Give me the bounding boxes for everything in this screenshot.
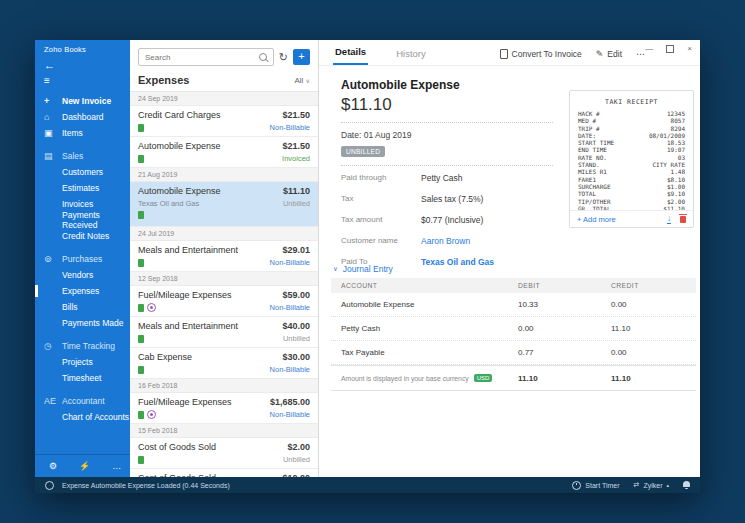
sidebar-item-label: Projects <box>62 357 93 367</box>
sidebar-section-sales[interactable]: ▤ Sales <box>35 148 130 164</box>
customer-link[interactable]: Aaron Brown <box>421 236 470 246</box>
list-item[interactable]: Meals and Entertainment$29.01 Non-Billab… <box>130 241 318 272</box>
sidebar-item-customers[interactable]: Customers <box>35 164 130 180</box>
timer-clock-icon <box>572 481 581 490</box>
sidebar-item-label: Invoices <box>62 199 93 209</box>
sidebar-item-vendors[interactable]: Vendors <box>35 267 130 283</box>
pencil-icon: ✎ <box>596 49 604 59</box>
expense-status: Non-Billable <box>270 123 310 132</box>
notifications-bell-icon[interactable] <box>683 481 690 487</box>
expense-amount: $29.01 <box>282 245 310 255</box>
edit-button[interactable]: ✎ Edit <box>596 49 622 59</box>
sidebar-item-expenses[interactable]: Expenses <box>35 283 130 299</box>
expense-amount: $59.00 <box>282 290 310 300</box>
sidebar-section-label: Accountant <box>62 396 105 406</box>
expense-amount: $1,685.00 <box>270 397 310 407</box>
restore-button[interactable] <box>666 45 674 53</box>
start-timer-button[interactable]: Start Timer <box>572 481 619 490</box>
detail-tabbar: Details History Convert To Invoice ✎ Edi… <box>319 40 700 66</box>
mileage-icon <box>147 410 156 419</box>
list-item[interactable]: Credit Card Charges$21.50 Non-Billable <box>130 106 318 137</box>
receipt-icon <box>138 211 144 219</box>
sidebar-item-timesheet[interactable]: Timesheet <box>35 370 130 386</box>
expense-title: Credit Card Charges <box>138 110 221 120</box>
currency-badge: USD <box>474 374 493 382</box>
home-icon: ⌂ <box>44 112 62 122</box>
delete-icon[interactable] <box>680 216 686 223</box>
sidebar-item-projects[interactable]: Projects <box>35 354 130 370</box>
journal-entry-toggle[interactable]: ∨ Journal Entry <box>333 264 393 274</box>
ellipsis-icon[interactable]: … <box>112 461 121 471</box>
minimize-button[interactable]: — <box>645 44 653 53</box>
gear-icon[interactable]: ⚙ <box>49 461 57 471</box>
sidebar-item-label: Expenses <box>62 286 99 296</box>
journal-total-debit: 11.10 <box>518 374 611 383</box>
start-timer-label: Start Timer <box>585 482 619 489</box>
add-more-link[interactable]: + Add more <box>577 215 616 224</box>
list-item[interactable]: Fuel/Mileage Expenses$1,685.00 Non-Billa… <box>130 393 318 424</box>
sidebar-item-chart-of-accounts[interactable]: Chart of Accounts <box>35 409 130 425</box>
expense-amount: $30.00 <box>282 352 310 362</box>
sidebar-item-bills[interactable]: Bills <box>35 299 130 315</box>
sidebar-item-payments-received[interactable]: Payments Received <box>35 212 130 228</box>
sidebar-item-label: Vendors <box>62 270 93 280</box>
sidebar-item-label: Bills <box>62 302 78 312</box>
add-expense-button[interactable]: + <box>293 49 310 65</box>
sidebar-section-label: Sales <box>62 151 83 161</box>
app-brand: Zoho Books <box>35 40 130 54</box>
list-item[interactable]: Cost of Goods Sold$2.00 Unbilled <box>130 438 318 469</box>
download-icon[interactable]: ↓ <box>667 215 671 224</box>
expense-amount: $40.00 <box>282 321 310 331</box>
sidebar-section-time-tracking[interactable]: ◷ Time Tracking <box>35 338 130 354</box>
sidebar-section-label: Purchases <box>62 254 102 264</box>
sidebar-item-label: New Invoice <box>62 96 111 106</box>
filter-dropdown[interactable]: All ∨ <box>294 76 310 85</box>
close-button[interactable]: × <box>687 44 692 53</box>
sidebar-item-credit-notes[interactable]: Credit Notes <box>35 228 130 244</box>
journal-credit: 11.10 <box>611 324 696 333</box>
expense-amount: $21.50 <box>282 110 310 120</box>
sidebar-item-label: Credit Notes <box>62 231 109 241</box>
back-icon[interactable]: ← <box>35 54 130 70</box>
sidebar-section-purchases[interactable]: ⊚ Purchases <box>35 251 130 267</box>
expense-title: Fuel/Mileage Expenses <box>138 290 232 300</box>
sidebar-item-estimates[interactable]: Estimates <box>35 180 130 196</box>
status-message: Expense Automobile Expense Loaded (0.44 … <box>62 482 230 489</box>
field-paid-to: Paid To Texas Oil and Gas <box>341 257 700 267</box>
sidebar-item-dashboard[interactable]: ⌂ Dashboard <box>35 109 130 125</box>
sidebar-item-label: Chart of Accounts <box>62 412 129 422</box>
search-input[interactable] <box>139 53 259 62</box>
sidebar-item-payments-made[interactable]: Payments Made <box>35 315 130 331</box>
vendor-link[interactable]: Texas Oil and Gas <box>421 257 494 267</box>
hamburger-menu-icon[interactable]: ≡ <box>35 70 130 85</box>
receipt-image[interactable]: TAKI RECEIPT HACK #12345 MED #8057 TRIP … <box>570 91 693 210</box>
expense-status: Unbilled <box>283 334 310 343</box>
tab-details[interactable]: Details <box>333 46 368 65</box>
list-item[interactable]: Fuel/Mileage Expenses$59.00 Non-Billable <box>130 286 318 317</box>
journal-header-row: ACCOUNT DEBIT CREDIT <box>331 278 696 293</box>
list-item-selected[interactable]: Automobile Expense$11.10 Texas Oil and G… <box>130 182 318 227</box>
journal-entry-table: ACCOUNT DEBIT CREDIT Automobile Expense … <box>331 278 696 391</box>
list-item[interactable]: Meals and Entertainment$40.00 Unbilled <box>130 317 318 348</box>
journal-row: Tax Payable 0.77 0.00 <box>331 341 696 365</box>
list-item[interactable]: Cab Expense$30.00 Non-Billable <box>130 348 318 379</box>
convert-to-invoice-button[interactable]: Convert To Invoice <box>500 49 582 59</box>
receipt-icon <box>138 155 144 163</box>
list-item[interactable]: Automobile Expense$21.50 Invoiced <box>130 137 318 168</box>
list-item[interactable]: Cost of Goods Sold$10.00 Non-Billable <box>130 469 318 477</box>
field-label: Paid through <box>341 173 421 183</box>
sidebar-section-label: Time Tracking <box>62 341 115 351</box>
sidebar-item-new-invoice[interactable]: + New Invoice <box>35 93 130 109</box>
journal-credit: 0.00 <box>611 348 696 357</box>
detail-actions: Convert To Invoice ✎ Edit ⋯ <box>500 49 646 65</box>
search-box[interactable] <box>138 48 274 66</box>
status-badge: UNBILLED <box>341 146 385 157</box>
org-switcher[interactable]: ⇄ Zylker ▴ <box>634 481 669 489</box>
quick-create-icon[interactable]: ⚡ <box>79 461 90 471</box>
sidebar-section-accountant[interactable]: AE Accountant <box>35 393 130 409</box>
sidebar-item-items[interactable]: ▣ Items <box>35 125 130 141</box>
receipt-icon <box>138 456 144 464</box>
tab-history[interactable]: History <box>394 48 428 65</box>
refresh-icon[interactable]: ↻ <box>279 51 288 63</box>
field-label: Tax <box>341 194 421 204</box>
